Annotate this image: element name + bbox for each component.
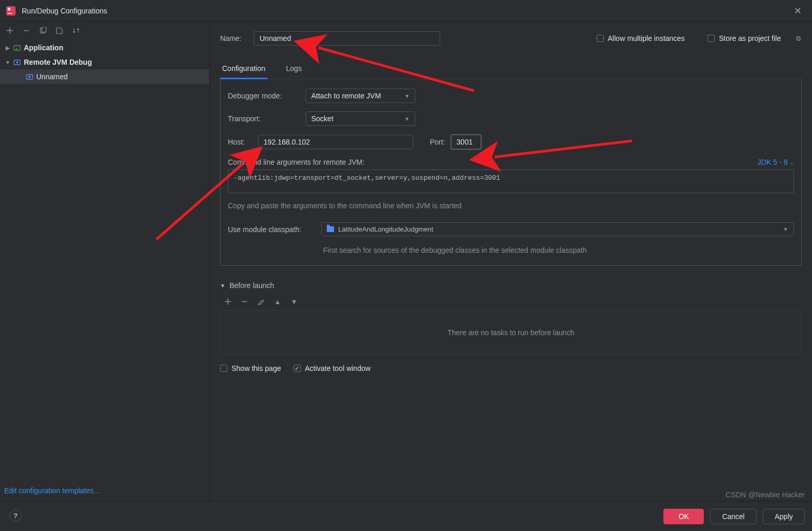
cmdline-hint: Copy and paste the arguments to the comm… <box>228 202 794 210</box>
ok-button[interactable]: OK <box>663 509 704 524</box>
name-input[interactable] <box>254 31 440 46</box>
apply-button[interactable]: Apply <box>763 509 805 524</box>
module-classpath-dropdown[interactable]: LatitudeAndLongitudeJudgment ▼ <box>321 222 794 236</box>
port-label: Port: <box>430 138 445 146</box>
tree-item-unnamed[interactable]: Unnamed <box>0 69 209 84</box>
svg-point-7 <box>16 62 18 64</box>
host-input[interactable] <box>258 135 413 149</box>
chevron-down-icon: ⌄ <box>790 160 794 165</box>
transport-dropdown[interactable]: Socket ▼ <box>306 111 415 126</box>
svg-rect-4 <box>42 27 46 32</box>
window-title: Run/Debug Configurations <box>22 7 790 15</box>
remote-debug-icon <box>25 73 34 81</box>
host-label: Host: <box>228 138 253 146</box>
help-button[interactable]: ? <box>9 509 22 522</box>
remove-task-button[interactable] <box>240 297 249 306</box>
module-classpath-label: Use module classpath: <box>228 225 316 234</box>
application-icon <box>12 44 22 52</box>
checkbox-icon <box>597 35 604 42</box>
show-page-checkbox[interactable]: Show this page <box>220 364 281 372</box>
tree-label: Remote JVM Debug <box>24 58 92 66</box>
svg-rect-1 <box>8 8 10 10</box>
name-label: Name: <box>220 34 241 42</box>
jdk-version-dropdown[interactable]: JDK 5 - 8 ⌄ <box>758 158 794 166</box>
gear-icon[interactable]: ⚙ <box>795 35 802 42</box>
copy-config-button[interactable] <box>38 26 48 35</box>
svg-rect-5 <box>14 46 20 50</box>
tab-configuration[interactable]: Configuration <box>220 60 267 79</box>
remove-config-button[interactable] <box>22 26 31 35</box>
cmdline-label: Command line arguments for remote JVM: <box>228 158 365 166</box>
tree-application-group[interactable]: ▶ Application <box>0 40 209 55</box>
move-up-button[interactable]: ▲ <box>273 297 282 306</box>
watermark: CSDN @Newbie Hacker <box>726 491 805 499</box>
move-down-button[interactable]: ▼ <box>289 297 299 306</box>
save-config-button[interactable] <box>55 26 64 35</box>
close-icon[interactable]: ✕ <box>790 3 806 19</box>
allow-multiple-checkbox[interactable]: Allow multiple instances <box>597 34 685 42</box>
activate-tool-checkbox[interactable]: Activate tool window <box>294 364 371 372</box>
module-classpath-hint: First search for sources of the debugged… <box>323 245 794 256</box>
debugger-mode-dropdown[interactable]: Attach to remote JVM ▼ <box>306 89 415 103</box>
sort-button[interactable] <box>71 26 81 35</box>
tree-remote-jvm-group[interactable]: ▼ Remote JVM Debug <box>0 55 209 69</box>
port-input[interactable] <box>451 134 482 150</box>
svg-rect-0 <box>6 6 16 16</box>
checkbox-icon <box>707 35 715 42</box>
chevron-down-icon: ▼ <box>404 93 410 99</box>
add-config-button[interactable] <box>5 26 15 35</box>
chevron-down-icon: ▼ <box>3 60 12 65</box>
edit-task-button[interactable] <box>256 297 266 306</box>
chevron-right-icon: ▶ <box>3 45 12 51</box>
remote-debug-icon <box>12 58 22 66</box>
folder-icon <box>327 226 334 232</box>
edit-templates-link[interactable]: Edit configuration templates... <box>0 480 209 501</box>
cmdline-arguments-box[interactable]: -agentlib:jdwp=transport=dt_socket,serve… <box>228 169 794 193</box>
chevron-down-icon: ▼ <box>404 116 410 122</box>
checkbox-icon <box>294 365 301 372</box>
add-task-button[interactable] <box>223 297 233 306</box>
store-project-checkbox[interactable]: Store as project file <box>707 34 781 42</box>
before-launch-empty: There are no tasks to run before launch <box>220 310 802 355</box>
cancel-button[interactable]: Cancel <box>710 509 757 524</box>
app-icon <box>6 6 16 16</box>
chevron-down-icon: ▼ <box>220 283 225 289</box>
checkbox-icon <box>220 365 227 372</box>
debugger-mode-label: Debugger mode: <box>228 92 300 100</box>
tree-label: Unnamed <box>36 73 68 81</box>
svg-point-9 <box>28 76 31 78</box>
transport-label: Transport: <box>228 114 300 123</box>
before-launch-header[interactable]: ▼ Before launch <box>220 281 802 290</box>
svg-rect-2 <box>8 13 12 14</box>
chevron-down-icon: ▼ <box>783 226 788 232</box>
tab-logs[interactable]: Logs <box>284 60 303 79</box>
tree-label: Application <box>24 44 63 52</box>
